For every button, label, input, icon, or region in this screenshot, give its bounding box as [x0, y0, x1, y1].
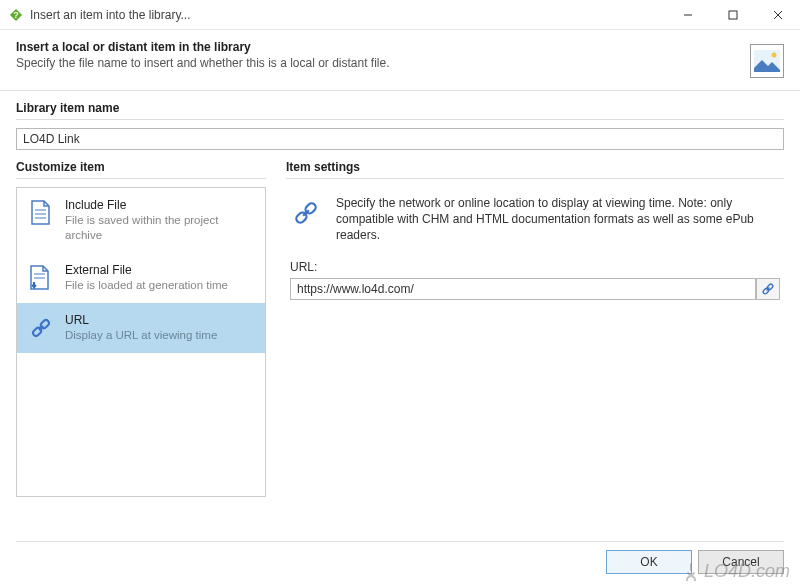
app-icon: ? — [8, 7, 24, 23]
svg-point-8 — [772, 53, 777, 58]
list-item-external-file[interactable]: External File File is loaded at generati… — [17, 253, 265, 303]
list-item-title: External File — [65, 263, 228, 277]
library-name-input[interactable] — [16, 128, 784, 150]
dialog-title: Insert a local or distant item in the li… — [16, 40, 750, 54]
window-title: Insert an item into the library... — [30, 8, 665, 22]
window-controls — [665, 0, 800, 29]
divider — [16, 541, 784, 542]
customize-panel: Customize item Include File File is save… — [16, 160, 266, 540]
library-name-section: Library item name — [0, 91, 800, 150]
svg-text:?: ? — [13, 10, 19, 20]
list-item-desc: File is saved within the project archive — [65, 213, 255, 243]
close-button[interactable] — [755, 0, 800, 29]
link-icon — [290, 197, 322, 229]
customize-listbox: Include File File is saved within the pr… — [16, 187, 266, 497]
file-download-icon — [27, 265, 55, 293]
url-label: URL: — [290, 260, 784, 274]
list-item-title: URL — [65, 313, 217, 327]
cancel-button[interactable]: Cancel — [698, 550, 784, 574]
settings-label: Item settings — [286, 160, 784, 179]
link-icon — [27, 315, 55, 343]
list-item-desc: File is loaded at generation time — [65, 278, 228, 293]
library-name-label: Library item name — [16, 101, 784, 120]
svg-rect-3 — [729, 11, 737, 19]
image-icon — [750, 44, 784, 78]
settings-description: Specify the network or online location t… — [336, 195, 784, 244]
url-browse-button[interactable] — [756, 278, 780, 300]
dialog-subtitle: Specify the file name to insert and whet… — [16, 56, 750, 70]
dialog-header: Insert a local or distant item in the li… — [0, 30, 800, 91]
file-icon — [27, 200, 55, 228]
dialog-buttons: OK Cancel — [606, 550, 784, 574]
settings-panel: Item settings Specify the network or onl… — [286, 160, 784, 540]
customize-label: Customize item — [16, 160, 266, 179]
list-item-title: Include File — [65, 198, 255, 212]
list-item-url[interactable]: URL Display a URL at viewing time — [17, 303, 265, 353]
url-input[interactable] — [290, 278, 756, 300]
list-item-include-file[interactable]: Include File File is saved within the pr… — [17, 188, 265, 253]
list-item-desc: Display a URL at viewing time — [65, 328, 217, 343]
minimize-button[interactable] — [665, 0, 710, 29]
ok-button[interactable]: OK — [606, 550, 692, 574]
maximize-button[interactable] — [710, 0, 755, 29]
titlebar: ? Insert an item into the library... — [0, 0, 800, 30]
